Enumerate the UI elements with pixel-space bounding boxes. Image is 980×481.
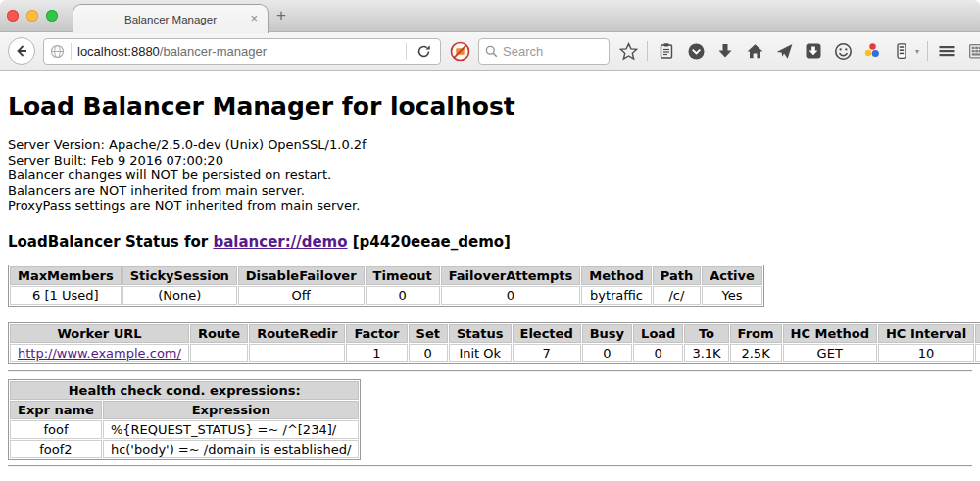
tab-close-icon[interactable]: × <box>250 11 258 25</box>
header-cell: Expression <box>103 401 360 419</box>
data-cell: Off <box>238 286 365 305</box>
data-cell: Yes <box>702 286 762 305</box>
data-cell: /c/ <box>653 286 701 305</box>
downloads-icon <box>716 42 734 60</box>
url-path: /balancer-manager <box>160 44 267 59</box>
flash-block-button[interactable] <box>449 39 470 63</box>
health-check-table: Health check cond. expressions: Expr nam… <box>8 379 361 460</box>
grid-extension-button[interactable] <box>965 39 980 63</box>
proxypass-notice-line: ProxyPass settings are NOT inherited fro… <box>8 198 972 214</box>
table-row: foof %{REQUEST_STATUS} =~ /^[234]/ <box>10 420 359 439</box>
header-cell: Load <box>633 324 683 343</box>
balancer-demo-link[interactable]: balancer://demo <box>213 233 347 251</box>
health-table-title: Health check cond. expressions: <box>10 381 359 400</box>
heading-prefix: LoadBalancer Status for <box>8 233 213 251</box>
header-cell: HC Interval <box>878 324 974 343</box>
table-row: foof2 hc('body') =~ /domain is establish… <box>10 440 359 458</box>
colored-dots-icon <box>863 42 881 60</box>
download-box-icon <box>805 42 822 60</box>
reload-icon <box>416 44 431 59</box>
downloads-button[interactable] <box>714 39 736 63</box>
table-header-row: Worker URL Route RouteRedir Factor Set S… <box>10 324 980 343</box>
window-controls <box>7 10 58 22</box>
globe-icon <box>50 44 65 59</box>
expression-cell: hc('body') =~ /domain is established/ <box>103 440 360 458</box>
battery-button[interactable] <box>891 39 912 63</box>
heading-suffix: [p4420eeae_demo] <box>348 233 511 251</box>
header-cell: Factor <box>346 324 407 343</box>
data-cell: (None) <box>122 286 237 305</box>
download-box-button[interactable] <box>803 39 824 63</box>
table-row: 6 [1 Used] (None) Off 0 0 bytraffic /c/ … <box>10 286 762 305</box>
header-cell: Expr name <box>10 401 102 419</box>
search-bar[interactable] <box>478 38 610 65</box>
data-cell: 0 <box>582 344 632 362</box>
minimize-window-icon[interactable] <box>26 10 38 22</box>
search-icon <box>485 45 498 58</box>
bookmark-star-button[interactable] <box>617 39 639 63</box>
header-cell: Busy <box>582 324 632 343</box>
new-tab-button[interactable]: + <box>270 6 292 25</box>
page-content: Load Balancer Manager for localhost Serv… <box>0 71 980 467</box>
pocket-icon <box>687 42 706 61</box>
header-cell: Elected <box>513 324 581 343</box>
worker-url-cell: http://www.example.com/ <box>10 344 189 362</box>
data-cell: 10 <box>878 344 974 362</box>
header-cell: FailoverAttempts <box>441 266 581 285</box>
header-cell: Path <box>653 266 701 285</box>
data-cell: 7 <box>513 344 581 362</box>
reload-button[interactable] <box>413 39 434 63</box>
overflow-caret-icon[interactable]: ▾ <box>915 47 919 56</box>
persist-notice-line: Balancer changes will NOT be persisted o… <box>8 168 972 183</box>
table-header-row: Expr name Expression <box>10 401 359 419</box>
data-cell: 0 <box>366 286 440 305</box>
clipboard-icon <box>658 42 675 60</box>
server-info: Server Version: Apache/2.5.0-dev (Unix) … <box>8 137 972 214</box>
header-cell: Set <box>409 324 448 343</box>
expr-name-cell: foof <box>10 420 102 439</box>
data-cell: 1 (0) <box>975 344 980 362</box>
data-cell: 3.1K <box>684 344 728 362</box>
urlbar-divider <box>71 43 72 60</box>
page-title: Load Balancer Manager for localhost <box>8 92 972 120</box>
toolbar-divider <box>647 41 648 61</box>
data-cell: 0 <box>441 286 581 305</box>
zoom-window-icon[interactable] <box>46 10 58 22</box>
colored-dots-button[interactable] <box>861 39 883 63</box>
navigation-toolbar: localhost:8880/balancer-manager <box>0 32 980 71</box>
header-cell: To <box>684 324 728 343</box>
section-divider <box>8 465 972 467</box>
back-button[interactable] <box>8 37 35 65</box>
menu-button[interactable] <box>936 39 957 63</box>
header-cell: Route <box>190 324 248 343</box>
expression-cell: %{REQUEST_STATUS} =~ /^[234]/ <box>103 420 360 439</box>
data-cell: 6 [1 Used] <box>10 286 122 305</box>
clipboard-button[interactable] <box>656 39 677 63</box>
data-cell: 2.5K <box>730 344 782 362</box>
home-button[interactable] <box>744 39 765 63</box>
pocket-button[interactable] <box>685 39 707 63</box>
url-bar[interactable]: localhost:8880/balancer-manager <box>43 38 441 65</box>
close-window-icon[interactable] <box>7 10 19 22</box>
worker-url-link[interactable]: http://www.example.com/ <box>18 346 181 361</box>
data-cell: 0 <box>633 344 683 362</box>
send-button[interactable] <box>773 39 795 63</box>
data-cell <box>249 344 345 362</box>
tab-balancer-manager[interactable]: Balancer Manager × <box>73 4 269 33</box>
data-cell: 0 <box>409 344 448 362</box>
header-cell: Passes <box>975 324 980 343</box>
data-cell: bytraffic <box>581 286 651 305</box>
data-cell: GET <box>783 344 877 362</box>
header-cell: From <box>730 324 782 343</box>
header-cell: Worker URL <box>10 324 189 343</box>
browser-window: Balancer Manager × + localhost:8880/bala… <box>0 0 980 481</box>
urlbar-divider <box>406 43 407 60</box>
header-cell: Active <box>702 266 762 285</box>
smiley-button[interactable] <box>832 39 854 63</box>
url-text[interactable]: localhost:8880/balancer-manager <box>77 44 400 59</box>
header-cell: HC Method <box>783 324 877 343</box>
table-header-row: MaxMembers StickySession DisableFailover… <box>10 266 762 285</box>
header-cell: MaxMembers <box>10 266 122 285</box>
search-input[interactable] <box>503 44 591 59</box>
send-icon <box>775 42 794 61</box>
